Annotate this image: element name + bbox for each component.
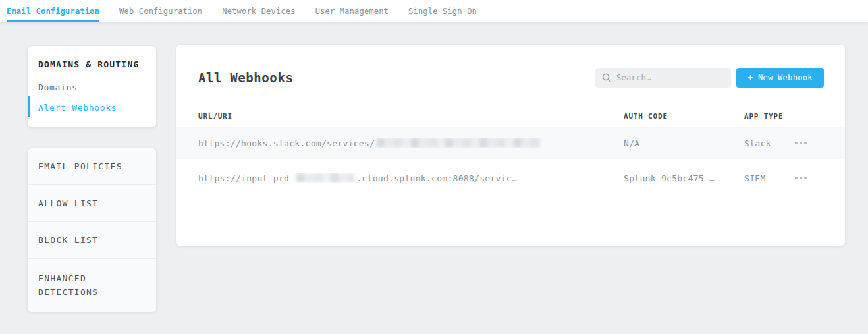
column-header-auth-code: AUTH CODE — [624, 112, 744, 121]
more-options-icon — [795, 177, 798, 179]
row-actions-button[interactable] — [795, 174, 823, 182]
search-input[interactable] — [616, 73, 724, 82]
tab-network-devices[interactable]: Network Devices — [222, 0, 295, 22]
tab-user-management[interactable]: User Management — [315, 0, 389, 22]
search-icon — [602, 73, 611, 82]
app-type-cell: Slack — [744, 138, 795, 148]
page-title: All Webhooks — [198, 70, 595, 85]
url-text: https://input-prd- — [198, 173, 294, 183]
table-row[interactable]: https://hooks.slack.com/services/ N/A Sl… — [176, 127, 845, 159]
tab-email-configuration[interactable]: Email Configuration — [7, 0, 99, 22]
domains-routing-title: DOMAINS & ROUTING — [28, 46, 156, 77]
new-webhook-button-label: New Webhook — [758, 73, 813, 82]
row-actions-button[interactable] — [795, 139, 823, 147]
redacted-url-segment — [296, 173, 354, 182]
sidebar-item-block-list[interactable]: BLOCK LIST — [28, 222, 156, 259]
table-row[interactable]: https://input-prd-.cloud.splunk.com:8088… — [176, 159, 845, 197]
column-header-url: URL/URI — [198, 112, 624, 121]
new-webhook-button[interactable]: + New Webhook — [736, 68, 824, 88]
plus-icon: + — [747, 72, 753, 83]
sidebar-item-alert-webhooks[interactable]: Alert Webhooks — [28, 97, 156, 127]
webhooks-panel: All Webhooks + New Webhook URL/URI AUTH … — [176, 45, 845, 246]
webhooks-table: URL/URI AUTH CODE APP TYPE https://hooks… — [176, 105, 845, 197]
top-navigation: Email Configuration Web Configuration Ne… — [0, 0, 868, 22]
webhooks-header: All Webhooks + New Webhook — [176, 45, 845, 88]
tab-single-sign-on[interactable]: Single Sign On — [408, 0, 477, 22]
url-cell: https://hooks.slack.com/services/ — [198, 138, 624, 148]
auth-code-cell: Splunk 9c5bc475-… — [624, 173, 744, 183]
sidebar-item-enhanced-detections[interactable]: ENHANCED DETECTIONS — [28, 259, 156, 312]
redacted-url-segment — [377, 138, 540, 148]
auth-code-cell: N/A — [624, 138, 744, 148]
url-text: https://hooks.slack.com/services/ — [198, 138, 375, 148]
more-options-icon — [795, 142, 798, 144]
column-header-app-type: APP TYPE — [744, 112, 795, 121]
sidebar-item-domains[interactable]: Domains — [28, 77, 156, 97]
sidebar-item-allow-list[interactable]: ALLOW LIST — [28, 185, 156, 222]
domains-routing-card: DOMAINS & ROUTING Domains Alert Webhooks — [28, 46, 156, 127]
table-header-row: URL/URI AUTH CODE APP TYPE — [176, 105, 845, 127]
url-text-suffix: .cloud.splunk.com:8088/servic… — [356, 173, 517, 183]
sidebar-sections-card: EMAIL POLICIES ALLOW LIST BLOCK LIST ENH… — [28, 148, 156, 312]
tab-web-configuration[interactable]: Web Configuration — [119, 0, 202, 22]
url-cell: https://input-prd-.cloud.splunk.com:8088… — [198, 173, 624, 183]
sidebar-item-email-policies[interactable]: EMAIL POLICIES — [28, 148, 156, 185]
search-box — [595, 68, 731, 88]
app-type-cell: SIEM — [744, 173, 795, 183]
